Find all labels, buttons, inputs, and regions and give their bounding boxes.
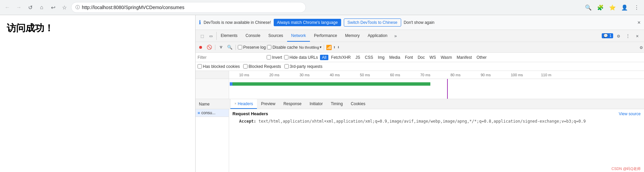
history-back-button[interactable]: ↩ bbox=[48, 3, 58, 12]
devtools-settings-icon[interactable]: ⚙ bbox=[614, 32, 623, 40]
has-blocked-cookies-group[interactable]: Has blocked cookies bbox=[198, 64, 240, 69]
tab-elements[interactable]: Elements bbox=[217, 30, 241, 42]
devtools-right-icons: 💬 1 ⚙ ⋮ × bbox=[600, 32, 643, 40]
tick-10ms: 10 ms bbox=[239, 73, 249, 77]
timeline-ruler: 10 ms 20 ms 30 ms 40 ms 50 ms 60 ms 70 m… bbox=[196, 71, 644, 79]
filter-input[interactable] bbox=[198, 55, 265, 60]
reload-button[interactable]: ↺ bbox=[25, 3, 35, 12]
tab-headers-close[interactable]: × bbox=[234, 102, 236, 105]
wifi-icon: 📶 bbox=[326, 45, 332, 50]
devtools-close-icon[interactable]: × bbox=[633, 32, 641, 40]
more-options-btn[interactable]: ⋮ bbox=[632, 3, 641, 12]
disable-cache-checkbox[interactable] bbox=[267, 45, 271, 49]
tick-80ms: 80 ms bbox=[450, 73, 461, 77]
chat-icon: 💬 bbox=[603, 34, 608, 38]
back-button[interactable]: ← bbox=[3, 3, 12, 12]
console-badge: 💬 1 bbox=[602, 33, 613, 38]
blocked-requests-group[interactable]: Blocked Requests bbox=[243, 64, 281, 69]
tab-performance[interactable]: Performance bbox=[310, 30, 341, 42]
navigation-bar: ← → ↺ ⌂ ↩ ☆ ⓘ http://localhost:8080/Spri… bbox=[0, 0, 644, 15]
preserve-log-checkbox[interactable] bbox=[238, 45, 242, 49]
disable-cache-group[interactable]: Disable cache bbox=[267, 45, 298, 50]
filter-type-js[interactable]: JS bbox=[354, 55, 362, 60]
waterfall-name-column bbox=[196, 79, 229, 99]
has-blocked-cookies-label: Has blocked cookies bbox=[203, 64, 240, 69]
filter-type-media[interactable]: Media bbox=[387, 55, 402, 60]
tick-50ms: 50 ms bbox=[360, 73, 370, 77]
invert-label: Invert bbox=[272, 55, 282, 60]
filter-type-font[interactable]: Font bbox=[403, 55, 415, 60]
bookmark-star-icon-btn[interactable]: ⭐ bbox=[608, 3, 617, 12]
request-split-layout: ≡ consu... Request Headers View source A… bbox=[196, 109, 644, 172]
request-list-item[interactable]: ≡ consu... bbox=[196, 109, 229, 117]
filter-type-fetch-xhr[interactable]: Fetch/XHR bbox=[329, 55, 353, 60]
preserve-log-label: Preserve log bbox=[243, 45, 266, 50]
tab-initiator[interactable]: Initiator bbox=[306, 99, 327, 109]
devtools-inspect-group: ⬚ ▭ bbox=[197, 32, 217, 40]
tab-headers[interactable]: × Headers bbox=[230, 99, 257, 109]
hide-data-urls-group[interactable]: Hide data URLs bbox=[284, 55, 318, 60]
inspect-element-icon[interactable]: ⬚ bbox=[198, 32, 206, 40]
extensions-icon-btn[interactable]: 🧩 bbox=[596, 3, 605, 12]
file-icon: ≡ bbox=[198, 111, 200, 115]
filter-button[interactable]: ⛛ bbox=[217, 44, 225, 51]
filter-type-tabs: All Fetch/XHR JS CSS Img Media Font Doc … bbox=[320, 55, 489, 60]
notification-close-button[interactable]: × bbox=[637, 19, 641, 26]
always-match-language-button[interactable]: Always match Chrome's language bbox=[274, 19, 341, 26]
profile-icon-btn[interactable]: 👤 bbox=[620, 3, 629, 12]
device-mode-icon[interactable]: ▭ bbox=[207, 32, 215, 40]
filter-type-img[interactable]: Img bbox=[376, 55, 386, 60]
filter-type-all[interactable]: All bbox=[320, 55, 328, 60]
badge-count: 1 bbox=[609, 34, 611, 38]
has-blocked-cookies-checkbox[interactable] bbox=[198, 64, 202, 69]
tab-console[interactable]: Console bbox=[241, 30, 264, 42]
filter-type-manifest[interactable]: Manifest bbox=[454, 55, 474, 60]
tab-application[interactable]: Application bbox=[364, 30, 391, 42]
filter-type-doc[interactable]: Doc bbox=[416, 55, 427, 60]
tab-network[interactable]: Network bbox=[287, 30, 310, 42]
tab-timing[interactable]: Timing bbox=[327, 99, 347, 109]
request-headers-title: Request Headers View source bbox=[232, 111, 641, 116]
tab-response[interactable]: Response bbox=[279, 99, 306, 109]
info-icon: ℹ bbox=[199, 19, 201, 26]
filter-type-css[interactable]: CSS bbox=[363, 55, 375, 60]
tick-40ms: 40 ms bbox=[330, 73, 340, 77]
invert-checkbox[interactable] bbox=[267, 55, 271, 59]
filter-type-wasm[interactable]: Wasm bbox=[439, 55, 454, 60]
blocked-cookies-bar: Has blocked cookies Blocked Requests 3rd… bbox=[196, 62, 644, 71]
forward-button[interactable]: → bbox=[14, 3, 23, 12]
clear-button[interactable]: 🚫 bbox=[206, 44, 213, 51]
preserve-log-group[interactable]: Preserve log bbox=[238, 45, 266, 50]
more-tabs-icon[interactable]: » bbox=[391, 33, 399, 39]
tab-cookies[interactable]: Cookies bbox=[347, 99, 369, 109]
search-button[interactable]: 🔍 bbox=[226, 44, 233, 51]
notification-bar: ℹ DevTools is now available in Chinese! … bbox=[196, 15, 644, 30]
throttle-value: No throttling bbox=[299, 45, 319, 49]
devtools-more-icon[interactable]: ⋮ bbox=[624, 32, 632, 40]
filter-type-other[interactable]: Other bbox=[475, 55, 489, 60]
network-settings-icon[interactable]: ⚙ bbox=[640, 45, 643, 50]
dont-show-again-link[interactable]: Don't show again bbox=[404, 20, 435, 25]
tab-sources[interactable]: Sources bbox=[264, 30, 287, 42]
waterfall-dcl-line bbox=[447, 79, 448, 99]
network-toolbar: ⏺ 🚫 ⛛ 🔍 Preserve log Disable cache No th… bbox=[196, 42, 644, 53]
third-party-group[interactable]: 3rd-party requests bbox=[284, 64, 322, 69]
tab-headers-label: Headers bbox=[238, 101, 253, 106]
notification-text: DevTools is now available in Chinese! bbox=[204, 20, 271, 25]
filter-type-ws[interactable]: WS bbox=[428, 55, 438, 60]
view-source-link[interactable]: View source bbox=[619, 112, 641, 116]
switch-to-chinese-button[interactable]: Switch DevTools to Chinese bbox=[344, 18, 401, 27]
hide-data-urls-checkbox[interactable] bbox=[284, 55, 288, 59]
tab-memory[interactable]: Memory bbox=[341, 30, 364, 42]
throttle-selector[interactable]: No throttling ▾ bbox=[299, 45, 322, 49]
invert-checkbox-group[interactable]: Invert bbox=[267, 55, 282, 60]
third-party-checkbox[interactable] bbox=[284, 64, 289, 69]
address-bar[interactable]: ⓘ http://localhost:8080/SpringMVCDemo/co… bbox=[71, 2, 306, 13]
search-icon-btn[interactable]: 🔍 bbox=[584, 3, 593, 12]
tab-preview[interactable]: Preview bbox=[257, 99, 279, 109]
record-button[interactable]: ⏺ bbox=[197, 44, 204, 51]
request-headers-section: Request Headers View source Accept: text… bbox=[229, 109, 644, 127]
blocked-requests-checkbox[interactable] bbox=[243, 64, 248, 69]
bookmark-button[interactable]: ☆ bbox=[60, 3, 69, 12]
home-button[interactable]: ⌂ bbox=[37, 3, 46, 12]
